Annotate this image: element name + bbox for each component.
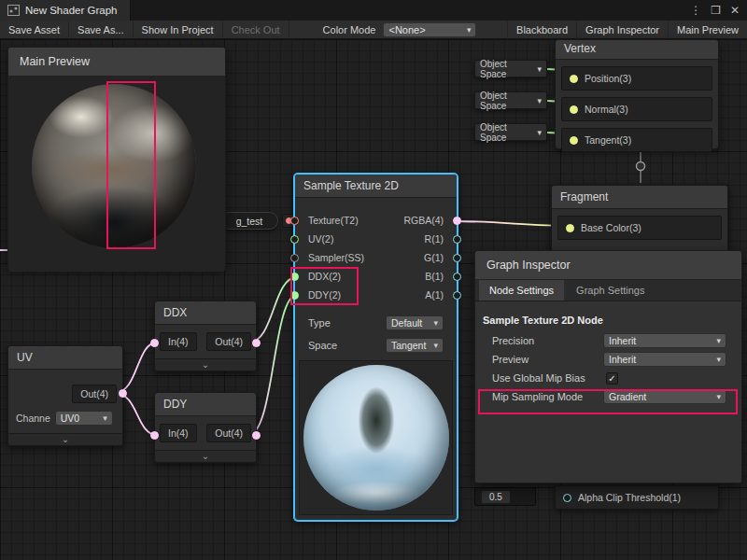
tangent-space-dropdown[interactable]: Object Space ▾ [474, 123, 547, 141]
node-sample-texture-2d[interactable]: Sample Texture 2D Texture(T2) UV(2) Samp… [294, 174, 458, 521]
g-output-port[interactable]: G(1) [376, 248, 458, 267]
show-in-project-button[interactable]: Show In Project [134, 21, 223, 39]
ddx-collapse-button[interactable]: ⌄ [155, 358, 256, 371]
vector3-port-icon[interactable] [570, 75, 578, 83]
uv-node-title: UV [8, 346, 122, 370]
vector4-port-icon[interactable] [119, 389, 127, 398]
ddy-in-port[interactable]: In(4) [160, 424, 197, 442]
check-out-button[interactable]: Check Out [223, 21, 289, 39]
graph-inspector-panel[interactable]: Graph Inspector Node Settings Graph Sett… [474, 250, 742, 483]
uv-collapse-button[interactable]: ⌄ [8, 433, 122, 445]
ddx-in-port[interactable]: In(4) [160, 332, 197, 351]
node-ddx[interactable]: DDX In(4) Out(4) ⌄ [154, 301, 257, 371]
position-space-dropdown[interactable]: Object Space ▾ [474, 60, 547, 77]
color-mode-dropdown[interactable]: <None> ▾ [383, 22, 476, 37]
chevron-down-icon: ▾ [716, 355, 721, 364]
vector4-port-icon[interactable] [150, 431, 159, 440]
save-as-button[interactable]: Save As... [69, 21, 134, 39]
chevron-down-icon: ▾ [103, 413, 107, 423]
preview-dropdown[interactable]: Inherit ▾ [603, 352, 726, 367]
precision-dropdown[interactable]: Inherit ▾ [603, 333, 726, 348]
port-label: Out(4) [80, 388, 108, 399]
node-uv[interactable]: UV Out(4) Channe UV0 ▾ ⌄ [7, 345, 123, 446]
port-alpha-clip-threshold[interactable]: Alpha Clip Threshold(1) [555, 485, 719, 510]
vector4-port-icon[interactable] [150, 339, 159, 347]
alpha-clip-value-field[interactable]: 0.5 [474, 487, 536, 506]
space-dropdown[interactable]: Tangent ▾ [386, 338, 444, 353]
normal-space-dropdown[interactable]: Object Space ▾ [474, 91, 547, 109]
close-icon[interactable]: ✕ [730, 4, 740, 17]
float-port-icon[interactable] [453, 273, 461, 281]
port-label: G(1) [424, 252, 444, 263]
space-value: Object Space [480, 59, 533, 79]
sampler-port-icon[interactable] [290, 254, 299, 262]
uv-out-port[interactable]: Out(4) [72, 385, 117, 403]
node-ddy[interactable]: DDY In(4) Out(4) ⌄ [154, 392, 257, 463]
vector3-port-icon[interactable] [566, 224, 574, 232]
port-position[interactable]: Position(3) [561, 66, 712, 91]
float-port-icon[interactable] [563, 494, 571, 502]
vector2-port-icon[interactable] [290, 291, 299, 300]
mip-mode-dropdown[interactable]: Gradient ▾ [603, 389, 726, 404]
tab-node-settings[interactable]: Node Settings [479, 280, 564, 301]
rgba-output-port[interactable]: RGBA(4) [376, 211, 458, 230]
inspector-node-heading: Sample Texture 2D Node [475, 301, 741, 331]
port-label: Normal(3) [585, 104, 628, 115]
graph-inspector-toggle-button[interactable]: Graph Inspector [576, 21, 668, 39]
port-tangent[interactable]: Tangent(3) [561, 128, 712, 152]
chevron-down-icon: ▾ [537, 96, 542, 105]
mip-bias-checkbox[interactable]: ✓ [606, 372, 618, 385]
float-port-icon[interactable] [453, 254, 461, 262]
main-preview-toggle-button[interactable]: Main Preview [668, 21, 747, 39]
port-label: Position(3) [585, 73, 631, 84]
property-node-g-test[interactable]: g_test [220, 212, 278, 230]
float-port-icon[interactable] [453, 235, 461, 244]
save-asset-button[interactable]: Save Asset [0, 21, 69, 39]
type-label: Type [308, 317, 331, 329]
vector2-port-icon[interactable] [290, 235, 299, 244]
port-label: Out(4) [215, 427, 243, 439]
chevron-down-icon: ▾ [537, 128, 542, 137]
main-preview-title[interactable]: Main Preview [8, 48, 225, 77]
ddy-out-port[interactable]: Out(4) [206, 424, 251, 442]
main-preview-panel[interactable]: Main Preview [7, 47, 226, 268]
ddy-collapse-button[interactable]: ⌄ [155, 450, 256, 462]
port-label: A(1) [425, 289, 444, 301]
node-fragment[interactable]: Fragment Base Color(3) [551, 185, 728, 252]
blackboard-toggle-button[interactable]: Blackboard [507, 21, 576, 39]
vector4-port-icon[interactable] [453, 217, 461, 225]
sampler-input-port[interactable]: Sampler(SS) [295, 248, 376, 267]
inspector-tabs: Node Settings Graph Settings [475, 280, 741, 301]
float-value[interactable]: 0.5 [481, 490, 511, 504]
vector2-port-icon[interactable] [290, 273, 299, 281]
a-output-port[interactable]: A(1) [376, 286, 458, 304]
type-dropdown[interactable]: Default ▾ [386, 315, 444, 330]
b-output-port[interactable]: B(1) [376, 267, 458, 286]
port-normal[interactable]: Normal(3) [561, 97, 712, 121]
uv-channel-dropdown[interactable]: UV0 ▾ [55, 411, 113, 426]
vector4-port-icon[interactable] [252, 339, 261, 347]
port-base-color[interactable]: Base Color(3) [557, 216, 722, 240]
float-port-icon[interactable] [453, 291, 461, 300]
r-output-port[interactable]: R(1) [376, 230, 458, 248]
graph-inspector-title[interactable]: Graph Inspector [475, 251, 741, 280]
mip-mode-label: Mip Sampling Mode [492, 391, 583, 402]
texture-port-icon[interactable] [290, 217, 299, 225]
document-tab[interactable]: New Shader Graph [0, 0, 131, 21]
mip-mode-value: Gradient [609, 391, 646, 402]
node-vertex[interactable]: Vertex Position(3) Normal(3) Tangent(3) [555, 39, 719, 149]
ddx-input-port[interactable]: DDX(2) [295, 267, 376, 286]
uv-input-port[interactable]: UV(2) [295, 230, 376, 248]
space-label: Space [308, 340, 337, 351]
vector3-port-icon[interactable] [570, 105, 578, 114]
color-mode-value: <None> [388, 24, 425, 35]
tab-graph-settings[interactable]: Graph Settings [566, 280, 655, 301]
maximize-icon[interactable]: ❒ [711, 4, 721, 17]
menu-icon[interactable]: ⋮ [690, 4, 701, 17]
vector4-port-icon[interactable] [252, 431, 261, 440]
texture-input-port[interactable]: Texture(T2) [295, 211, 376, 230]
vertex-node-title: Vertex [556, 40, 718, 60]
ddx-out-port[interactable]: Out(4) [206, 332, 251, 351]
ddy-input-port[interactable]: DDY(2) [295, 286, 376, 304]
vector3-port-icon[interactable] [570, 136, 578, 145]
